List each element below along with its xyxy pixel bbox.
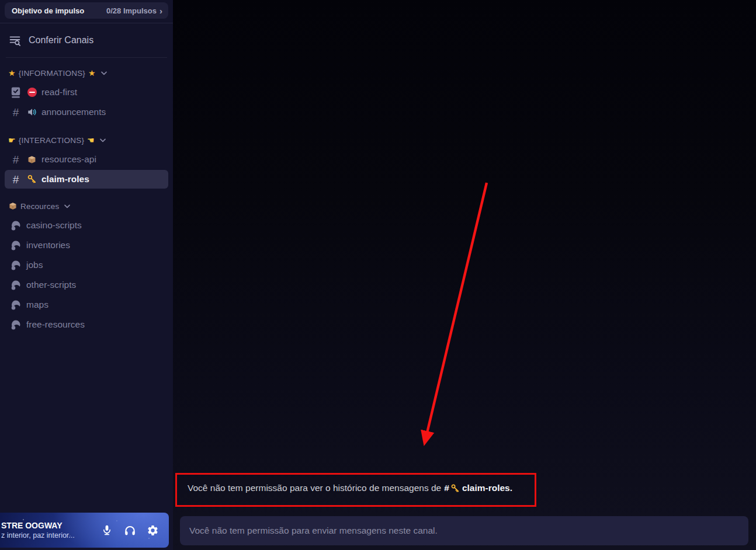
channel-label: resources-api xyxy=(41,154,96,165)
key-emoji xyxy=(450,483,460,493)
channel-label: inventories xyxy=(26,240,70,250)
forum-icon xyxy=(9,279,22,291)
browse-channels-label: Conferir Canais xyxy=(29,35,93,46)
divider xyxy=(6,57,167,58)
hash-icon: # xyxy=(444,483,449,493)
channel-jobs[interactable]: jobs xyxy=(5,256,168,274)
point-left-emoji: ☚ xyxy=(87,136,95,144)
point-right-emoji: ☛ xyxy=(8,136,16,144)
user-panel[interactable]: STRE OOGWAY z interior, paz interior... xyxy=(0,513,169,548)
chevron-down-icon xyxy=(101,71,107,75)
forum-icon xyxy=(9,239,22,251)
composer-placeholder: Você não tem permissão para enviar mensa… xyxy=(189,525,438,536)
forum-icon xyxy=(9,319,22,330)
settings-gear-button[interactable] xyxy=(144,521,161,539)
browse-channels-icon xyxy=(8,34,21,47)
forum-icon xyxy=(9,259,22,271)
boost-progress-count: 0/28 Impulsos xyxy=(106,6,157,15)
channel-label: other-scripts xyxy=(26,280,76,290)
user-status: z interior, paz interior... xyxy=(1,531,89,539)
message-composer[interactable]: Você não tem permissão para enviar mensa… xyxy=(180,516,748,545)
channel-label: casino-scripts xyxy=(26,220,82,231)
channel-label: read-first xyxy=(41,87,77,98)
chevron-down-icon xyxy=(100,138,106,142)
package-emoji xyxy=(26,155,37,165)
user-meta[interactable]: STRE OOGWAY z interior, paz interior... xyxy=(1,521,89,539)
permission-notice-text: Você não tem permissão para ver o histór… xyxy=(188,483,512,493)
channel-maps[interactable]: maps xyxy=(5,295,168,314)
channel-label: maps xyxy=(26,300,48,310)
category-label: {INFORMATIONS} xyxy=(19,69,85,78)
boost-progress: 0/28 Impulsos › xyxy=(106,6,162,15)
channel-label: free-resources xyxy=(26,319,85,330)
channel-label: jobs xyxy=(26,260,43,270)
forum-icon xyxy=(9,299,22,311)
star-emoji: ★ xyxy=(8,69,16,77)
category-recources[interactable]: Recources xyxy=(0,199,173,213)
divider xyxy=(0,23,173,23)
key-emoji xyxy=(26,174,37,185)
channel-label: claim-roles xyxy=(41,174,89,185)
channel-label: announcements xyxy=(41,107,106,117)
channel-casino-scripts[interactable]: casino-scripts xyxy=(5,216,168,235)
user-panel-buttons xyxy=(98,521,169,539)
channel-claim-roles[interactable]: # claim-roles xyxy=(5,170,168,189)
hash-icon: # xyxy=(9,174,22,185)
no-entry-emoji xyxy=(26,88,37,97)
notice-prefix: Você não tem permissão para ver o histór… xyxy=(188,483,441,493)
discord-app: Objetivo de impulso 0/28 Impulsos › Conf… xyxy=(0,0,756,550)
chat-main-area: Você não tem permissão para ver o histór… xyxy=(173,0,756,550)
boost-goal-bar[interactable]: Objetivo de impulso 0/28 Impulsos › xyxy=(5,2,168,19)
rules-icon xyxy=(9,86,22,98)
channel-other-scripts[interactable]: other-scripts xyxy=(5,276,168,294)
permission-notice-box: Você não tem permissão para ver o histór… xyxy=(175,473,536,507)
channel-sidebar: Objetivo de impulso 0/28 Impulsos › Conf… xyxy=(0,0,173,550)
channel-announcements[interactable]: # announcements xyxy=(5,103,168,121)
chevron-down-icon xyxy=(64,204,70,208)
notice-channel-name: claim-roles xyxy=(462,483,510,493)
hash-icon: # xyxy=(9,154,22,165)
channel-free-resources[interactable]: free-resources xyxy=(5,315,168,334)
chevron-right-icon: › xyxy=(159,6,162,15)
category-interactions[interactable]: ☛ {INTERACTIONS} ☚ xyxy=(0,133,173,147)
notice-suffix: . xyxy=(510,483,512,493)
channel-inventories[interactable]: inventories xyxy=(5,236,168,255)
star-emoji: ★ xyxy=(88,69,96,77)
category-label: Recources xyxy=(20,202,59,211)
headphones-button[interactable] xyxy=(121,521,138,539)
channel-resources-api[interactable]: # resources-api xyxy=(5,150,168,169)
forum-icon xyxy=(9,220,22,231)
red-annotation-arrow xyxy=(173,0,756,550)
username: STRE OOGWAY xyxy=(1,521,89,530)
boost-goal-title: Objetivo de impulso xyxy=(12,6,84,15)
speaker-emoji xyxy=(26,107,37,117)
category-informations[interactable]: ★ {INFORMATIONS} ★ xyxy=(0,66,173,80)
package-emoji xyxy=(8,201,18,211)
category-label: {INTERACTIONS} xyxy=(19,136,84,145)
hash-icon: # xyxy=(9,107,22,118)
channel-read-first[interactable]: read-first xyxy=(5,83,168,102)
browse-channels-button[interactable]: Conferir Canais xyxy=(0,30,173,50)
microphone-button[interactable] xyxy=(98,521,116,539)
